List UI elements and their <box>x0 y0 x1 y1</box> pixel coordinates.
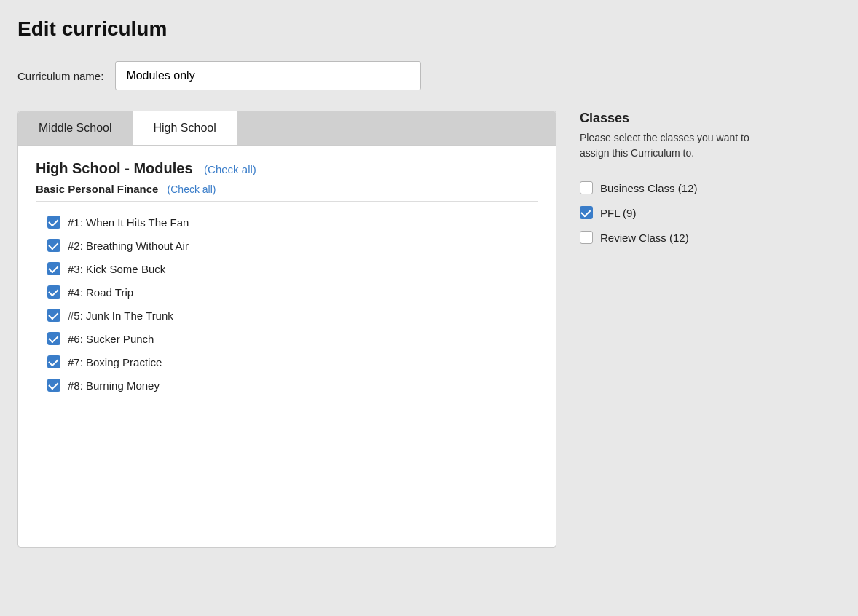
module-checkbox-5[interactable] <box>47 309 60 322</box>
curriculum-name-input[interactable] <box>115 61 421 90</box>
subsection-check-all-link[interactable]: (Check all) <box>168 183 216 195</box>
class-checkbox-review[interactable] <box>580 231 593 244</box>
class-list: Business Class (12) PFL (9) Review Class… <box>580 175 769 250</box>
list-item: PFL (9) <box>580 200 769 225</box>
tabs-header: Middle School High School <box>18 111 556 146</box>
tab-middle-school[interactable]: Middle School <box>18 111 133 145</box>
list-item: Review Class (12) <box>580 225 769 250</box>
module-checkbox-4[interactable] <box>47 285 60 299</box>
module-checkbox-1[interactable] <box>47 216 60 229</box>
list-item: #4: Road Trip <box>47 280 538 304</box>
main-layout: Middle School High School High School - … <box>17 111 841 548</box>
module-checkbox-2[interactable] <box>47 239 60 252</box>
list-item: #1: When It Hits The Fan <box>47 210 538 234</box>
list-item: #7: Boxing Practice <box>47 350 538 374</box>
subsection-title: Basic Personal Finance (Check all) <box>36 183 538 195</box>
list-item: #2: Breathing Without Air <box>47 234 538 257</box>
divider <box>36 201 538 202</box>
tab-filler <box>237 111 556 145</box>
class-checkbox-business[interactable] <box>580 181 593 194</box>
module-checkbox-8[interactable] <box>47 379 60 392</box>
module-checkbox-3[interactable] <box>47 262 60 275</box>
module-list: #1: When It Hits The Fan #2: Breathing W… <box>47 210 538 397</box>
tab-high-school[interactable]: High School <box>133 111 237 146</box>
module-checkbox-7[interactable] <box>47 355 60 368</box>
list-item: #8: Burning Money <box>47 374 538 397</box>
class-checkbox-pfl[interactable] <box>580 206 593 219</box>
list-item: #5: Junk In The Trunk <box>47 304 538 327</box>
list-item: #6: Sucker Punch <box>47 327 538 350</box>
tabs-panel: Middle School High School High School - … <box>17 111 556 548</box>
curriculum-name-row: Curriculum name: <box>17 61 841 90</box>
tab-content-high-school: High School - Modules (Check all) Basic … <box>18 146 556 411</box>
classes-panel: Classes Please select the classes you wa… <box>580 111 769 250</box>
section-check-all-link[interactable]: (Check all) <box>204 163 256 175</box>
classes-title: Classes <box>580 111 769 126</box>
list-item: #3: Kick Some Buck <box>47 257 538 280</box>
page-title: Edit curriculum <box>17 17 841 41</box>
module-checkbox-6[interactable] <box>47 332 60 345</box>
classes-description: Please select the classes you want to as… <box>580 130 769 161</box>
list-item: Business Class (12) <box>580 175 769 200</box>
curriculum-name-label: Curriculum name: <box>17 70 103 82</box>
section-title: High School - Modules (Check all) <box>36 160 538 177</box>
